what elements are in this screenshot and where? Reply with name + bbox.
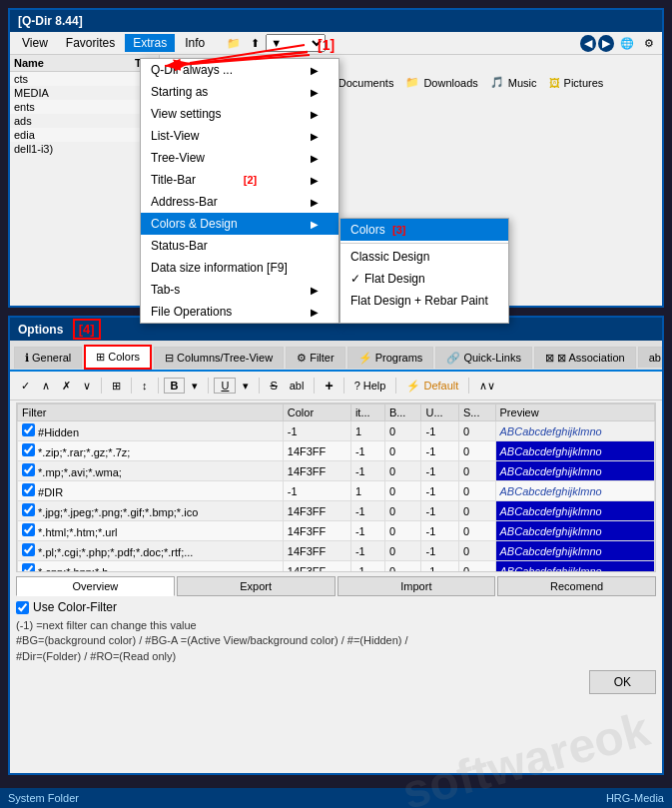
menu-file-ops[interactable]: File Operations ▶ (141, 301, 338, 323)
menu-info[interactable]: Info (177, 34, 213, 52)
color-table: Filter Color it... B... U... S... Previe… (17, 404, 655, 572)
btn-dropdown-underline[interactable]: ▾ (238, 377, 254, 396)
table-row[interactable]: #DIR -1 1 0 -1 0 ABCabcdefghijklmno (18, 481, 655, 501)
menu-tree-view[interactable]: Tree-View ▶ (141, 147, 338, 169)
table-row[interactable]: #Hidden -1 1 0 -1 0 ABCabcdefghijklmno (18, 421, 655, 441)
row-checkbox[interactable] (22, 563, 35, 572)
table-row[interactable]: *.jpg;*.jpeg;*.png;*.gif;*.bmp;*.ico 14F… (18, 501, 655, 521)
tab-general[interactable]: ℹ General (14, 347, 82, 369)
row-checkbox[interactable] (22, 463, 35, 476)
options-title: Options (18, 323, 63, 337)
btn-collapse-all[interactable]: ∧∨ (474, 377, 500, 396)
ok-button[interactable]: OK (589, 670, 656, 694)
pictures-icon: 🖼 (549, 77, 560, 89)
menu-starting-as[interactable]: Starting as ▶ (141, 81, 338, 103)
file-row-pictures[interactable]: 🖼Pictures (545, 74, 608, 91)
col-strike: S... (458, 404, 495, 421)
nav-back[interactable]: ◀ (580, 35, 596, 52)
nav-settings[interactable]: ⚙ (640, 35, 658, 52)
tab-filter[interactable]: ⚙ Filter (286, 347, 345, 369)
btn-underline[interactable]: U (214, 378, 236, 394)
btn-down[interactable]: ∨ (78, 377, 96, 396)
btn-grid[interactable]: ⊞ (107, 377, 126, 396)
color-table-container[interactable]: Filter Color it... B... U... S... Previe… (16, 403, 656, 572)
btn-overview[interactable]: Overview (16, 576, 175, 596)
btn-import[interactable]: Import (337, 576, 496, 596)
submenu-arrow: ▶ (311, 109, 319, 120)
menu-favorites[interactable]: Favorites (58, 34, 123, 52)
toolbar-btn-new[interactable]: 📁 (223, 35, 245, 52)
btn-strikethrough[interactable]: S (265, 377, 282, 395)
fm-left-row[interactable]: ediaM (10, 128, 159, 142)
table-row[interactable]: *.mp;*.avi;*.wma; 14F3FF -1 0 -1 0 ABCab… (18, 461, 655, 481)
fm-left-row[interactable]: MEDIAM (10, 86, 159, 100)
toolbar-btn-up[interactable]: ⬆ (247, 35, 264, 52)
row-checkbox[interactable] (22, 423, 35, 436)
filter-icon: ⚙ (297, 352, 307, 364)
preview-cell: ABCabcdefghijklmno (495, 521, 654, 541)
file-manager-window: [Q-Dir 8.44] View Favorites Extras Info … (8, 8, 664, 308)
programs-icon: ⚡ (358, 352, 372, 364)
fm-left-panel: Name Ty ctsS MEDIAM entsS adsS ediaM del… (10, 55, 160, 283)
btn-dropdown-bold[interactable]: ▾ (187, 377, 203, 396)
btn-arrows[interactable]: ↕ (137, 377, 153, 395)
tab-quicklinks[interactable]: 🔗 Quick-Links (435, 347, 532, 369)
tab-columns-tree[interactable]: ⊟ Columns/Tree-View (154, 347, 284, 369)
btn-help[interactable]: ? Help (349, 377, 391, 395)
table-row[interactable]: *.zip;*.rar;*.gz;*.7z; 14F3FF -1 0 -1 0 … (18, 441, 655, 461)
tab-ab[interactable]: ab... (638, 347, 662, 368)
submenu-flat-design[interactable]: ✓ Flat Design (340, 268, 508, 290)
menu-view[interactable]: View (14, 34, 56, 52)
submenu-colors[interactable]: Colors [3] (340, 219, 508, 241)
separator (208, 378, 209, 394)
address-dropdown[interactable]: ▼ (266, 34, 326, 52)
table-row[interactable]: *.cpp;*.hpp;*.h 14F3FF -1 0 -1 0 ABCabcd… (18, 561, 655, 573)
btn-default[interactable]: ⚡ Default (401, 377, 463, 396)
btn-delete[interactable]: ✗ (57, 377, 76, 396)
tab-programs[interactable]: ⚡ Programs (347, 347, 434, 369)
submenu-arrow: ▶ (311, 175, 319, 186)
preview-cell: ABCabcdefghijklmno (495, 461, 654, 481)
separator (343, 378, 344, 394)
btn-recommend[interactable]: Recomend (497, 576, 656, 596)
btn-plus[interactable]: + (320, 375, 337, 397)
fm-left-row[interactable]: ctsS (10, 72, 159, 86)
btn-up[interactable]: ∧ (37, 377, 55, 396)
menu-title-bar[interactable]: Title-Bar [2] ▶ (141, 169, 338, 191)
menu-list-view[interactable]: List-View ▶ (141, 125, 338, 147)
fm-left-row[interactable]: adsS (10, 114, 159, 128)
menu-view-settings[interactable]: View settings ▶ (141, 103, 338, 125)
checkmark: ✓ (350, 272, 360, 286)
use-color-filter-checkbox[interactable] (16, 601, 29, 614)
submenu-classic-design[interactable]: Classic Design (340, 246, 508, 268)
row-checkbox[interactable] (22, 443, 35, 456)
row-checkbox[interactable] (22, 543, 35, 556)
row-checkbox[interactable] (22, 483, 35, 496)
table-row[interactable]: *.pl;*.cgi;*.php;*.pdf;*.doc;*.rtf;... 1… (18, 541, 655, 561)
fm-left-row[interactable]: entsS (10, 100, 159, 114)
btn-bold[interactable]: B (164, 378, 186, 394)
menu-tabs[interactable]: Tab-s ▶ (141, 279, 338, 301)
fm-left-row[interactable]: dell1-i3)M (10, 142, 159, 156)
btn-export[interactable]: Export (177, 576, 336, 596)
menu-address-bar[interactable]: Address-Bar ▶ (141, 191, 338, 213)
quicklinks-icon: 🔗 (446, 352, 460, 364)
row-checkbox[interactable] (22, 523, 35, 536)
menu-status-bar[interactable]: Status-Bar (141, 235, 338, 257)
nav-globe[interactable]: 🌐 (616, 35, 638, 52)
row-checkbox[interactable] (22, 503, 35, 516)
submenu-flat-design-rebar[interactable]: Flat Design + Rebar Paint (340, 290, 508, 312)
bottom-area: Use Color-Filter (-1) =next filter can c… (10, 598, 662, 666)
menu-colors-design[interactable]: Colors & Design ▶ (141, 213, 338, 235)
submenu-arrow-highlighted: ▶ (311, 219, 319, 230)
menu-extras[interactable]: Extras (125, 34, 175, 52)
btn-check[interactable]: ✓ (16, 377, 35, 396)
menu-data-size[interactable]: Data size information [F9] (141, 257, 338, 279)
menu-qdir-always[interactable]: Q-Dir always ... ▶ (141, 59, 338, 81)
tab-colors[interactable]: ⊞ Colors (84, 345, 152, 370)
btn-abl[interactable]: abl (285, 377, 310, 395)
table-row[interactable]: *.html;*.htm;*.url 14F3FF -1 0 -1 0 ABCa… (18, 521, 655, 541)
tab-association[interactable]: ⊠ ⊠ Association (534, 347, 636, 369)
nav-forward[interactable]: ▶ (598, 35, 614, 52)
options-toolbar: ✓ ∧ ✗ ∨ ⊞ ↕ B ▾ U ▾ S abl + ? Help ⚡ Def… (10, 372, 662, 401)
